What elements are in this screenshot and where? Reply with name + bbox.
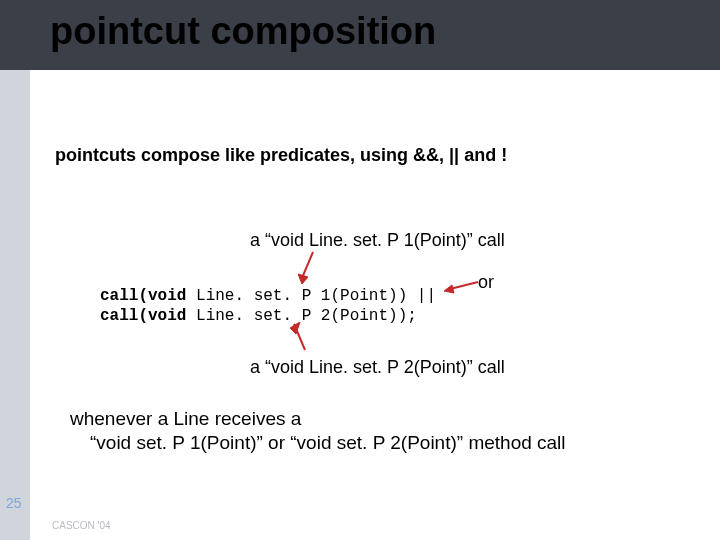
code-keyword: call(void	[100, 307, 186, 325]
svg-marker-1	[298, 274, 308, 284]
annotation-top: a “void Line. set. P 1(Point)” call	[250, 230, 505, 251]
annotation-bottom: a “void Line. set. P 2(Point)” call	[250, 357, 505, 378]
code-keyword: call(void	[100, 287, 186, 305]
arrow-or	[442, 278, 482, 294]
left-sidebar	[0, 0, 30, 540]
svg-marker-3	[444, 285, 454, 293]
explanation-line2: “void set. P 1(Point)” or “void set. P 2…	[90, 432, 566, 454]
slide-subtitle: pointcuts compose like predicates, using…	[55, 145, 507, 166]
code-line1-rest: Line. set. P 1(Point)) ||	[186, 287, 436, 305]
svg-line-0	[302, 252, 313, 278]
arrow-bottom	[290, 322, 320, 358]
svg-line-2	[450, 282, 478, 289]
footer-text: CASCON '04	[52, 520, 111, 531]
page-number: 25	[6, 495, 22, 511]
slide-title: pointcut composition	[50, 10, 436, 53]
code-block: call(void Line. set. P 1(Point)) || call…	[100, 286, 436, 326]
explanation-line1: whenever a Line receives a	[70, 408, 301, 430]
arrow-top	[298, 250, 328, 286]
